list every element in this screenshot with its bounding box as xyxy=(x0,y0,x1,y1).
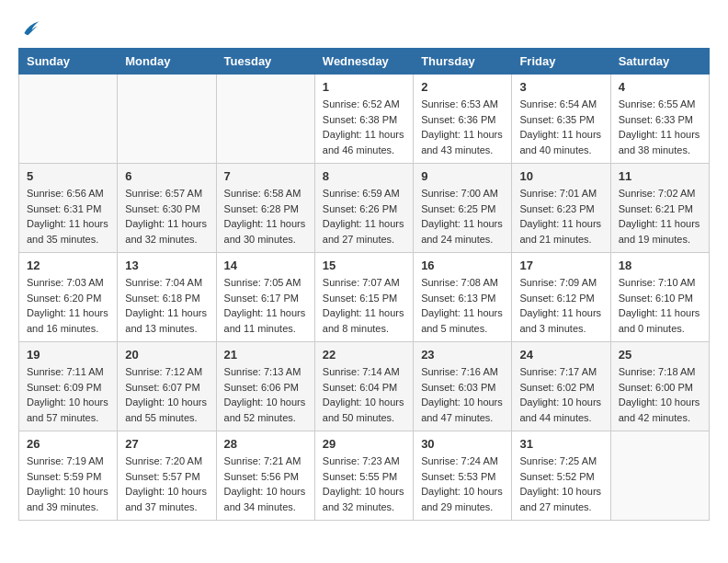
day-number: 9 xyxy=(421,169,504,183)
day-info: Sunrise: 6:54 AMSunset: 6:35 PMDaylight:… xyxy=(519,97,602,157)
day-info: Sunrise: 7:21 AMSunset: 5:56 PMDaylight:… xyxy=(224,454,307,514)
calendar-cell: 23Sunrise: 7:16 AMSunset: 6:03 PMDayligh… xyxy=(414,342,512,431)
day-info: Sunrise: 7:25 AMSunset: 5:52 PMDaylight:… xyxy=(519,454,602,514)
day-info: Sunrise: 6:56 AMSunset: 6:31 PMDaylight:… xyxy=(27,186,109,247)
calendar-week-row: 12Sunrise: 7:03 AMSunset: 6:20 PMDayligh… xyxy=(19,253,710,342)
calendar-cell: 29Sunrise: 7:23 AMSunset: 5:55 PMDayligh… xyxy=(314,431,413,521)
calendar-header-row: SundayMondayTuesdayWednesdayThursdayFrid… xyxy=(19,49,710,75)
day-info: Sunrise: 7:23 AMSunset: 5:55 PMDaylight:… xyxy=(323,454,405,514)
day-number: 23 xyxy=(421,348,504,362)
day-number: 19 xyxy=(27,348,109,362)
day-info: Sunrise: 7:08 AMSunset: 6:13 PMDaylight:… xyxy=(421,275,504,336)
day-info: Sunrise: 7:19 AMSunset: 5:59 PMDaylight:… xyxy=(27,454,109,514)
day-number: 10 xyxy=(519,169,602,183)
calendar-cell: 22Sunrise: 7:14 AMSunset: 6:04 PMDayligh… xyxy=(314,342,413,431)
day-number: 25 xyxy=(619,348,701,362)
calendar-cell: 7Sunrise: 6:58 AMSunset: 6:28 PMDaylight… xyxy=(216,164,314,253)
calendar-cell: 10Sunrise: 7:01 AMSunset: 6:23 PMDayligh… xyxy=(512,164,610,253)
day-number: 3 xyxy=(519,80,602,94)
day-number: 16 xyxy=(421,259,504,272)
calendar-cell: 15Sunrise: 7:07 AMSunset: 6:15 PMDayligh… xyxy=(314,253,413,342)
day-number: 18 xyxy=(619,259,701,272)
day-info: Sunrise: 6:58 AMSunset: 6:28 PMDaylight:… xyxy=(224,186,307,247)
calendar-cell xyxy=(19,75,118,164)
day-number: 22 xyxy=(323,348,405,362)
calendar-cell: 21Sunrise: 7:13 AMSunset: 6:06 PMDayligh… xyxy=(216,342,314,431)
weekday-header-sunday: Sunday xyxy=(19,49,118,75)
day-info: Sunrise: 7:16 AMSunset: 6:03 PMDaylight:… xyxy=(421,364,504,425)
day-number: 14 xyxy=(224,259,307,272)
day-info: Sunrise: 6:57 AMSunset: 6:30 PMDaylight:… xyxy=(125,186,208,247)
day-info: Sunrise: 6:53 AMSunset: 6:36 PMDaylight:… xyxy=(421,97,504,157)
weekday-header-wednesday: Wednesday xyxy=(314,49,413,75)
calendar-cell: 5Sunrise: 6:56 AMSunset: 6:31 PMDaylight… xyxy=(19,164,118,253)
day-number: 12 xyxy=(27,259,109,272)
day-number: 2 xyxy=(421,80,504,94)
day-info: Sunrise: 6:55 AMSunset: 6:33 PMDaylight:… xyxy=(619,97,701,157)
calendar-cell: 13Sunrise: 7:04 AMSunset: 6:18 PMDayligh… xyxy=(118,253,216,342)
day-info: Sunrise: 7:24 AMSunset: 5:53 PMDaylight:… xyxy=(421,454,504,514)
calendar-cell: 14Sunrise: 7:05 AMSunset: 6:17 PMDayligh… xyxy=(216,253,314,342)
calendar-cell: 11Sunrise: 7:02 AMSunset: 6:21 PMDayligh… xyxy=(610,164,709,253)
calendar-cell: 1Sunrise: 6:52 AMSunset: 6:38 PMDaylight… xyxy=(314,75,413,164)
day-number: 7 xyxy=(224,169,307,183)
day-info: Sunrise: 7:18 AMSunset: 6:00 PMDaylight:… xyxy=(619,364,701,425)
calendar-cell: 16Sunrise: 7:08 AMSunset: 6:13 PMDayligh… xyxy=(414,253,512,342)
day-number: 20 xyxy=(125,348,208,362)
day-info: Sunrise: 6:59 AMSunset: 6:26 PMDaylight:… xyxy=(323,186,405,247)
day-info: Sunrise: 7:09 AMSunset: 6:12 PMDaylight:… xyxy=(519,275,602,336)
day-number: 30 xyxy=(421,437,504,451)
logo xyxy=(18,18,44,40)
day-number: 26 xyxy=(27,437,109,451)
day-info: Sunrise: 7:10 AMSunset: 6:10 PMDaylight:… xyxy=(619,275,701,336)
calendar-cell: 20Sunrise: 7:12 AMSunset: 6:07 PMDayligh… xyxy=(118,342,216,431)
calendar-cell: 4Sunrise: 6:55 AMSunset: 6:33 PMDaylight… xyxy=(610,75,709,164)
calendar-week-row: 19Sunrise: 7:11 AMSunset: 6:09 PMDayligh… xyxy=(19,342,710,431)
calendar-cell xyxy=(118,75,216,164)
calendar-week-row: 5Sunrise: 6:56 AMSunset: 6:31 PMDaylight… xyxy=(19,164,710,253)
calendar-cell: 6Sunrise: 6:57 AMSunset: 6:30 PMDaylight… xyxy=(118,164,216,253)
day-number: 13 xyxy=(125,259,208,272)
calendar-cell: 26Sunrise: 7:19 AMSunset: 5:59 PMDayligh… xyxy=(19,431,118,521)
calendar-cell: 27Sunrise: 7:20 AMSunset: 5:57 PMDayligh… xyxy=(118,431,216,521)
day-info: Sunrise: 7:07 AMSunset: 6:15 PMDaylight:… xyxy=(323,275,405,336)
day-number: 28 xyxy=(224,437,307,451)
day-info: Sunrise: 7:12 AMSunset: 6:07 PMDaylight:… xyxy=(125,364,208,425)
calendar-cell: 24Sunrise: 7:17 AMSunset: 6:02 PMDayligh… xyxy=(512,342,610,431)
day-info: Sunrise: 7:14 AMSunset: 6:04 PMDaylight:… xyxy=(323,364,405,425)
calendar-cell: 8Sunrise: 6:59 AMSunset: 6:26 PMDaylight… xyxy=(314,164,413,253)
calendar-cell: 3Sunrise: 6:54 AMSunset: 6:35 PMDaylight… xyxy=(512,75,610,164)
calendar-cell: 28Sunrise: 7:21 AMSunset: 5:56 PMDayligh… xyxy=(216,431,314,521)
day-number: 1 xyxy=(323,80,405,94)
calendar-cell: 25Sunrise: 7:18 AMSunset: 6:00 PMDayligh… xyxy=(610,342,709,431)
day-number: 5 xyxy=(27,169,109,183)
day-number: 21 xyxy=(224,348,307,362)
weekday-header-tuesday: Tuesday xyxy=(216,49,314,75)
logo-bird-icon xyxy=(18,18,40,40)
calendar-cell: 17Sunrise: 7:09 AMSunset: 6:12 PMDayligh… xyxy=(512,253,610,342)
calendar-table: SundayMondayTuesdayWednesdayThursdayFrid… xyxy=(18,48,710,521)
calendar-cell: 18Sunrise: 7:10 AMSunset: 6:10 PMDayligh… xyxy=(610,253,709,342)
day-info: Sunrise: 7:13 AMSunset: 6:06 PMDaylight:… xyxy=(224,364,307,425)
weekday-header-friday: Friday xyxy=(512,49,610,75)
day-number: 24 xyxy=(519,348,602,362)
day-info: Sunrise: 7:11 AMSunset: 6:09 PMDaylight:… xyxy=(27,364,109,425)
day-info: Sunrise: 7:17 AMSunset: 6:02 PMDaylight:… xyxy=(519,364,602,425)
page-header xyxy=(18,18,710,40)
day-info: Sunrise: 7:05 AMSunset: 6:17 PMDaylight:… xyxy=(224,275,307,336)
day-number: 17 xyxy=(519,259,602,272)
weekday-header-thursday: Thursday xyxy=(414,49,512,75)
calendar-cell: 12Sunrise: 7:03 AMSunset: 6:20 PMDayligh… xyxy=(19,253,118,342)
day-info: Sunrise: 7:01 AMSunset: 6:23 PMDaylight:… xyxy=(519,186,602,247)
calendar-week-row: 1Sunrise: 6:52 AMSunset: 6:38 PMDaylight… xyxy=(19,75,710,164)
calendar-cell xyxy=(610,431,709,521)
day-info: Sunrise: 7:03 AMSunset: 6:20 PMDaylight:… xyxy=(27,275,109,336)
calendar-week-row: 26Sunrise: 7:19 AMSunset: 5:59 PMDayligh… xyxy=(19,431,710,521)
day-number: 11 xyxy=(619,169,701,183)
day-number: 15 xyxy=(323,259,405,272)
calendar-cell: 19Sunrise: 7:11 AMSunset: 6:09 PMDayligh… xyxy=(19,342,118,431)
day-info: Sunrise: 7:20 AMSunset: 5:57 PMDaylight:… xyxy=(125,454,208,514)
day-number: 29 xyxy=(323,437,405,451)
calendar-cell xyxy=(216,75,314,164)
day-number: 31 xyxy=(519,437,602,451)
